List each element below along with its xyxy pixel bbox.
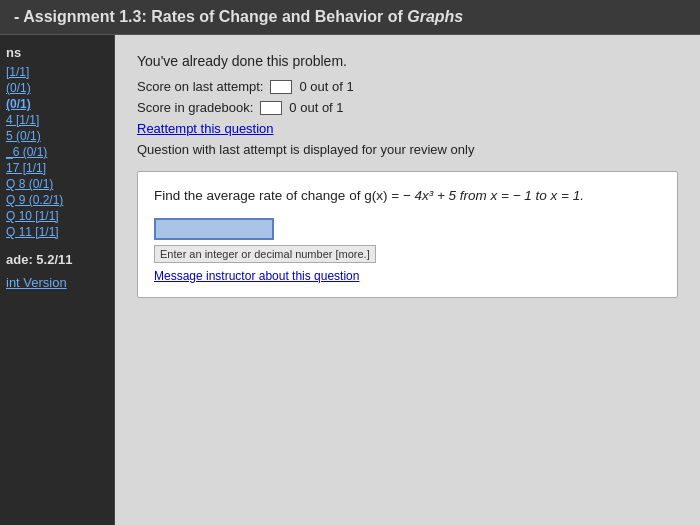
question-text-before: Find the average rate of change of g(x) … [154,188,399,203]
question-formula: − 4x³ + 5 from x = − 1 to x = 1. [403,188,584,203]
reattempt-link[interactable]: Reattempt this question [137,121,678,136]
sidebar: ns [1/1] (0/1) (0/1) 4 [1/1] 5 (0/1) _6 … [0,35,115,525]
content-area: You've already done this problem. Score … [115,35,700,525]
score-grade-value: 0 out of 1 [289,100,343,115]
main-layout: ns [1/1] (0/1) (0/1) 4 [1/1] 5 (0/1) _6 … [0,35,700,525]
already-done-text: You've already done this problem. [137,53,678,69]
screen: - Assignment 1.3: Rates of Change and Be… [0,0,700,525]
sidebar-item-q7[interactable]: 17 [1/1] [6,160,108,176]
sidebar-item-q10[interactable]: Q 10 [1/1] [6,208,108,224]
print-version-link[interactable]: int Version [6,275,108,290]
sidebar-item-q8[interactable]: Q 8 (0/1) [6,176,108,192]
page-title: - Assignment 1.3: Rates of Change and Be… [14,8,686,26]
question-box: Find the average rate of change of g(x) … [137,171,678,298]
title-bar: - Assignment 1.3: Rates of Change and Be… [0,0,700,35]
question-text: Find the average rate of change of g(x) … [154,186,661,206]
sidebar-top-label: ns [6,45,108,60]
sidebar-item-q5[interactable]: 5 (0/1) [6,128,108,144]
score-last-box [270,80,292,94]
score-grade-label: Score in gradebook: [137,100,253,115]
score-last-row: Score on last attempt: 0 out of 1 [137,79,678,94]
sidebar-item-q3[interactable]: (0/1) [6,96,108,112]
answer-input[interactable] [154,218,274,240]
sidebar-item-q1[interactable]: [1/1] [6,64,108,80]
score-last-label: Score on last attempt: [137,79,263,94]
score-last-value: 0 out of 1 [299,79,353,94]
sidebar-item-q6[interactable]: _6 (0/1) [6,144,108,160]
sidebar-grade: ade: 5.2/11 [6,252,108,267]
review-note: Question with last attempt is displayed … [137,142,678,157]
score-grade-box [260,101,282,115]
score-grade-row: Score in gradebook: 0 out of 1 [137,100,678,115]
sidebar-item-q9[interactable]: Q 9 (0.2/1) [6,192,108,208]
sidebar-item-q4[interactable]: 4 [1/1] [6,112,108,128]
sidebar-item-q11[interactable]: Q 11 [1/1] [6,224,108,240]
hint-text: Enter an integer or decimal number [more… [154,245,376,263]
message-instructor-link[interactable]: Message instructor about this question [154,269,661,283]
sidebar-item-q2[interactable]: (0/1) [6,80,108,96]
